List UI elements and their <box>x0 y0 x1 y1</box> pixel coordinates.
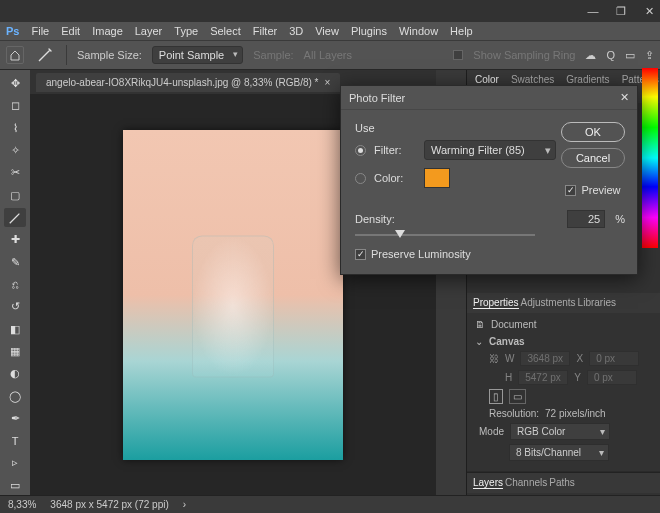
tab-adjustments[interactable]: Adjustments <box>521 297 576 309</box>
sample-label: Sample: <box>253 49 293 61</box>
menu-help[interactable]: Help <box>450 25 473 37</box>
workspace-icon[interactable]: ▭ <box>625 49 635 62</box>
color-swatch[interactable] <box>424 168 450 188</box>
crop-tool-icon[interactable]: ✂ <box>4 163 26 182</box>
eyedropper-tool-icon[interactable] <box>4 208 26 227</box>
document-tab-close-icon[interactable]: × <box>325 77 331 88</box>
share-icon[interactable]: ⇪ <box>645 49 654 62</box>
properties-panel: 🗎Document ⌄ Canvas ⛓ W 3648 px X 0 px H … <box>467 313 660 472</box>
tab-swatches[interactable]: Swatches <box>511 74 554 85</box>
tab-color[interactable]: Color <box>475 74 499 85</box>
menu-image[interactable]: Image <box>92 25 123 37</box>
resolution-label: Resolution: <box>489 408 539 419</box>
preserve-luminosity-checkbox[interactable]: ✓ <box>355 249 366 260</box>
menu-select[interactable]: Select <box>210 25 241 37</box>
lasso-tool-icon[interactable]: ⌇ <box>4 119 26 138</box>
filter-radio[interactable] <box>355 145 366 156</box>
close-window-icon[interactable]: ✕ <box>642 5 656 18</box>
search-icon[interactable]: Q <box>606 49 615 61</box>
eyedropper-tool-icon[interactable] <box>34 44 56 66</box>
maximize-icon[interactable]: ❐ <box>614 5 628 18</box>
x-label: X <box>576 353 583 364</box>
w-label: W <box>505 353 514 364</box>
dialog-close-icon[interactable]: ✕ <box>620 91 629 104</box>
layers-panel-tabs: Layers Channels Paths <box>467 472 660 493</box>
density-slider[interactable] <box>355 230 535 240</box>
move-tool-icon[interactable]: ✥ <box>4 74 26 93</box>
cloud-docs-icon[interactable]: ☁ <box>585 49 596 62</box>
menu-view[interactable]: View <box>315 25 339 37</box>
wand-tool-icon[interactable]: ✧ <box>4 141 26 160</box>
type-tool-icon[interactable]: T <box>4 431 26 450</box>
path-tool-icon[interactable]: ▹ <box>4 453 26 472</box>
preview-label: Preview <box>581 184 620 196</box>
menu-3d[interactable]: 3D <box>289 25 303 37</box>
document-icon: 🗎 <box>475 319 485 330</box>
height-field[interactable]: 5472 px <box>518 370 568 385</box>
filter-radio-label: Filter: <box>374 144 416 156</box>
stamp-tool-icon[interactable]: ⎌ <box>4 275 26 294</box>
tab-paths[interactable]: Paths <box>549 477 575 489</box>
gradient-tool-icon[interactable]: ▦ <box>4 342 26 361</box>
tab-layers[interactable]: Layers <box>473 477 503 489</box>
density-input[interactable]: 25 <box>567 210 605 228</box>
canvas-image[interactable] <box>123 130 343 460</box>
brush-tool-icon[interactable]: ✎ <box>4 253 26 272</box>
menu-bar: Ps File Edit Image Layer Type Select Fil… <box>0 22 660 40</box>
y-field[interactable]: 0 px <box>587 370 637 385</box>
pen-tool-icon[interactable]: ✒ <box>4 409 26 428</box>
width-field[interactable]: 3648 px <box>520 351 570 366</box>
dodge-tool-icon[interactable]: ◯ <box>4 386 26 405</box>
h-label: H <box>505 372 512 383</box>
tab-libraries[interactable]: Libraries <box>578 297 616 309</box>
orient-portrait-icon[interactable]: ▯ <box>489 389 503 404</box>
status-dims: 3648 px x 5472 px (72 ppi) <box>50 499 168 510</box>
tab-channels[interactable]: Channels <box>505 477 547 489</box>
options-bar: Sample Size: Point Sample Sample: All La… <box>0 40 660 70</box>
canvas-disclosure-icon[interactable]: ⌄ <box>475 336 483 347</box>
app-logo-icon[interactable]: Ps <box>6 25 19 37</box>
photo-filter-dialog: Photo Filter ✕ Use Filter: Warming Filte… <box>340 85 638 275</box>
home-icon[interactable] <box>6 46 24 64</box>
marquee-tool-icon[interactable]: ◻ <box>4 96 26 115</box>
window-title-bar: — ❐ ✕ <box>0 0 660 22</box>
tab-gradients[interactable]: Gradients <box>566 74 609 85</box>
status-zoom[interactable]: 8,33% <box>8 499 36 510</box>
bits-select[interactable]: 8 Bits/Channel <box>509 444 609 461</box>
heal-tool-icon[interactable]: ✚ <box>4 230 26 249</box>
orient-landscape-icon[interactable]: ▭ <box>509 389 526 404</box>
ok-button[interactable]: OK <box>561 122 625 142</box>
blur-tool-icon[interactable]: ◐ <box>4 364 26 383</box>
hue-spectrum[interactable] <box>642 68 658 248</box>
minimize-icon[interactable]: — <box>586 5 600 17</box>
shape-tool-icon[interactable]: ▭ <box>4 476 26 495</box>
color-radio[interactable] <box>355 173 366 184</box>
properties-panel-tabs: Properties Adjustments Libraries <box>467 293 660 313</box>
menu-plugins[interactable]: Plugins <box>351 25 387 37</box>
show-ring-checkbox[interactable] <box>453 50 463 60</box>
frame-tool-icon[interactable]: ▢ <box>4 186 26 205</box>
menu-layer[interactable]: Layer <box>135 25 163 37</box>
history-brush-icon[interactable]: ↺ <box>4 297 26 316</box>
menu-type[interactable]: Type <box>174 25 198 37</box>
status-bar: 8,33% 3648 px x 5472 px (72 ppi) › <box>0 495 660 513</box>
density-unit: % <box>615 213 625 225</box>
eraser-tool-icon[interactable]: ◧ <box>4 319 26 338</box>
filter-select[interactable]: Warming Filter (85) <box>424 140 556 160</box>
preview-checkbox[interactable]: ✓ <box>565 185 576 196</box>
menu-file[interactable]: File <box>31 25 49 37</box>
status-more-icon[interactable]: › <box>183 499 186 510</box>
link-wh-icon[interactable]: ⛓ <box>489 353 499 364</box>
resolution-value: 72 pixels/inch <box>545 408 606 419</box>
menu-window[interactable]: Window <box>399 25 438 37</box>
x-field[interactable]: 0 px <box>589 351 639 366</box>
cancel-button[interactable]: Cancel <box>561 148 625 168</box>
y-label: Y <box>574 372 581 383</box>
mode-select[interactable]: RGB Color <box>510 423 610 440</box>
menu-filter[interactable]: Filter <box>253 25 277 37</box>
tab-properties[interactable]: Properties <box>473 297 519 309</box>
document-label: Document <box>491 319 537 330</box>
document-tab[interactable]: angelo-abear-IO8XRikqJU4-unsplash.jpg @ … <box>36 73 340 92</box>
menu-edit[interactable]: Edit <box>61 25 80 37</box>
sample-size-select[interactable]: Point Sample <box>152 46 243 64</box>
